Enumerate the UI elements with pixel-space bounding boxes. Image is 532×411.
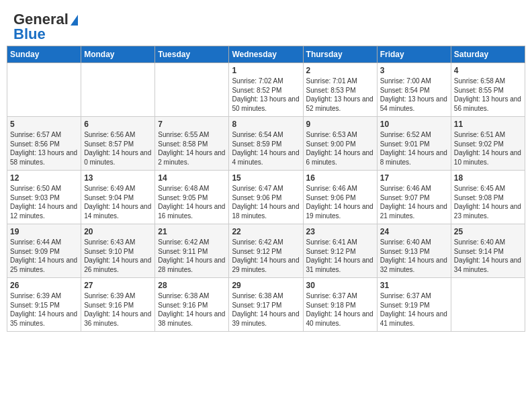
day-number: 21 <box>158 227 226 236</box>
day-details: Sunrise: 6:40 AMSunset: 9:13 PMDaylight:… <box>380 238 447 273</box>
day-cell: 24 Sunrise: 6:40 AMSunset: 9:13 PMDaylig… <box>377 224 451 278</box>
day-details: Sunrise: 6:57 AMSunset: 8:56 PMDaylight:… <box>10 131 77 166</box>
day-number: 1 <box>232 66 300 75</box>
day-details: Sunrise: 6:42 AMSunset: 9:11 PMDaylight:… <box>158 238 225 273</box>
day-number: 11 <box>454 120 522 129</box>
day-cell <box>81 63 155 117</box>
day-details: Sunrise: 6:47 AMSunset: 9:06 PMDaylight:… <box>232 185 299 220</box>
logo-general-text: General <box>13 12 69 27</box>
day-cell: 23 Sunrise: 6:41 AMSunset: 9:12 PMDaylig… <box>303 224 377 278</box>
day-details: Sunrise: 6:37 AMSunset: 9:18 PMDaylight:… <box>306 292 373 327</box>
day-details: Sunrise: 6:39 AMSunset: 9:15 PMDaylight:… <box>10 292 77 327</box>
day-cell: 20 Sunrise: 6:43 AMSunset: 9:10 PMDaylig… <box>81 224 155 278</box>
week-row-3: 12 Sunrise: 6:50 AMSunset: 9:03 PMDaylig… <box>7 171 525 224</box>
day-number: 6 <box>84 120 152 129</box>
day-details: Sunrise: 6:37 AMSunset: 9:19 PMDaylight:… <box>380 292 447 327</box>
day-cell: 6 Sunrise: 6:56 AMSunset: 8:57 PMDayligh… <box>81 117 155 171</box>
day-number: 28 <box>158 281 226 290</box>
week-row-2: 5 Sunrise: 6:57 AMSunset: 8:56 PMDayligh… <box>7 117 525 171</box>
day-details: Sunrise: 6:52 AMSunset: 9:01 PMDaylight:… <box>380 131 447 166</box>
day-cell: 4 Sunrise: 6:58 AMSunset: 8:55 PMDayligh… <box>451 63 525 117</box>
day-number: 25 <box>454 227 522 236</box>
week-row-5: 26 Sunrise: 6:39 AMSunset: 9:15 PMDaylig… <box>7 278 525 332</box>
day-cell: 19 Sunrise: 6:44 AMSunset: 9:09 PMDaylig… <box>7 224 81 278</box>
day-details: Sunrise: 6:38 AMSunset: 9:17 PMDaylight:… <box>232 292 299 327</box>
day-number: 4 <box>454 66 522 75</box>
day-details: Sunrise: 6:58 AMSunset: 8:55 PMDaylight:… <box>454 77 521 112</box>
day-number: 26 <box>10 281 78 290</box>
week-row-4: 19 Sunrise: 6:44 AMSunset: 9:09 PMDaylig… <box>7 224 525 278</box>
day-cell: 8 Sunrise: 6:54 AMSunset: 8:59 PMDayligh… <box>229 117 303 171</box>
day-details: Sunrise: 6:46 AMSunset: 9:06 PMDaylight:… <box>306 185 373 220</box>
weekday-header-row: SundayMondayTuesdayWednesdayThursdayFrid… <box>7 46 525 63</box>
day-cell: 22 Sunrise: 6:42 AMSunset: 9:12 PMDaylig… <box>229 224 303 278</box>
day-number: 22 <box>232 227 300 236</box>
day-cell: 31 Sunrise: 6:37 AMSunset: 9:19 PMDaylig… <box>377 278 451 332</box>
day-details: Sunrise: 6:43 AMSunset: 9:10 PMDaylight:… <box>84 238 151 273</box>
day-cell: 14 Sunrise: 6:48 AMSunset: 9:05 PMDaylig… <box>155 171 229 224</box>
day-details: Sunrise: 6:39 AMSunset: 9:16 PMDaylight:… <box>84 292 151 327</box>
day-cell: 18 Sunrise: 6:45 AMSunset: 9:08 PMDaylig… <box>451 171 525 224</box>
day-cell: 30 Sunrise: 6:37 AMSunset: 9:18 PMDaylig… <box>303 278 377 332</box>
day-number: 17 <box>380 173 448 183</box>
day-number: 24 <box>380 227 448 236</box>
header: General Blue <box>7 7 525 46</box>
day-cell: 7 Sunrise: 6:55 AMSunset: 8:58 PMDayligh… <box>155 117 229 171</box>
logo: General Blue <box>13 12 78 42</box>
day-cell <box>7 63 81 117</box>
day-number: 30 <box>306 281 374 290</box>
day-cell: 2 Sunrise: 7:01 AMSunset: 8:53 PMDayligh… <box>303 63 377 117</box>
day-number: 18 <box>454 173 522 183</box>
day-number: 7 <box>158 120 226 129</box>
day-details: Sunrise: 6:50 AMSunset: 9:03 PMDaylight:… <box>10 185 77 220</box>
day-cell: 25 Sunrise: 6:40 AMSunset: 9:14 PMDaylig… <box>451 224 525 278</box>
day-details: Sunrise: 6:40 AMSunset: 9:14 PMDaylight:… <box>454 238 521 273</box>
day-details: Sunrise: 7:01 AMSunset: 8:53 PMDaylight:… <box>306 77 373 112</box>
day-details: Sunrise: 6:49 AMSunset: 9:04 PMDaylight:… <box>84 185 151 220</box>
day-cell: 29 Sunrise: 6:38 AMSunset: 9:17 PMDaylig… <box>229 278 303 332</box>
day-number: 15 <box>232 173 300 183</box>
weekday-header-saturday: Saturday <box>451 46 525 63</box>
day-details: Sunrise: 7:00 AMSunset: 8:54 PMDaylight:… <box>380 77 447 112</box>
day-number: 29 <box>232 281 300 290</box>
weekday-header-wednesday: Wednesday <box>229 46 303 63</box>
day-cell: 21 Sunrise: 6:42 AMSunset: 9:11 PMDaylig… <box>155 224 229 278</box>
day-cell <box>155 63 229 117</box>
day-number: 23 <box>306 227 374 236</box>
day-number: 19 <box>10 227 78 236</box>
day-details: Sunrise: 6:54 AMSunset: 8:59 PMDaylight:… <box>232 131 299 166</box>
day-number: 5 <box>10 120 78 129</box>
day-details: Sunrise: 6:53 AMSunset: 9:00 PMDaylight:… <box>306 131 373 166</box>
day-cell <box>451 278 525 332</box>
day-cell: 1 Sunrise: 7:02 AMSunset: 8:52 PMDayligh… <box>229 63 303 117</box>
day-details: Sunrise: 6:48 AMSunset: 9:05 PMDaylight:… <box>158 185 225 220</box>
day-cell: 16 Sunrise: 6:46 AMSunset: 9:06 PMDaylig… <box>303 171 377 224</box>
day-cell: 10 Sunrise: 6:52 AMSunset: 9:01 PMDaylig… <box>377 117 451 171</box>
day-number: 2 <box>306 66 374 75</box>
day-number: 12 <box>10 173 78 183</box>
day-details: Sunrise: 6:56 AMSunset: 8:57 PMDaylight:… <box>84 131 151 166</box>
day-number: 9 <box>306 120 374 129</box>
day-details: Sunrise: 7:02 AMSunset: 8:52 PMDaylight:… <box>232 77 299 112</box>
calendar-table: SundayMondayTuesdayWednesdayThursdayFrid… <box>7 46 525 332</box>
day-number: 10 <box>380 120 448 129</box>
day-details: Sunrise: 6:45 AMSunset: 9:08 PMDaylight:… <box>454 185 521 220</box>
day-details: Sunrise: 6:51 AMSunset: 9:02 PMDaylight:… <box>454 131 521 166</box>
day-cell: 5 Sunrise: 6:57 AMSunset: 8:56 PMDayligh… <box>7 117 81 171</box>
logo-triangle-icon <box>71 15 78 26</box>
day-number: 8 <box>232 120 300 129</box>
day-details: Sunrise: 6:55 AMSunset: 8:58 PMDaylight:… <box>158 131 225 166</box>
day-cell: 13 Sunrise: 6:49 AMSunset: 9:04 PMDaylig… <box>81 171 155 224</box>
day-number: 14 <box>158 173 226 183</box>
day-details: Sunrise: 6:42 AMSunset: 9:12 PMDaylight:… <box>232 238 299 273</box>
day-details: Sunrise: 6:41 AMSunset: 9:12 PMDaylight:… <box>306 238 373 273</box>
weekday-header-tuesday: Tuesday <box>155 46 229 63</box>
day-cell: 27 Sunrise: 6:39 AMSunset: 9:16 PMDaylig… <box>81 278 155 332</box>
day-number: 31 <box>380 281 448 290</box>
day-details: Sunrise: 6:44 AMSunset: 9:09 PMDaylight:… <box>10 238 77 273</box>
day-number: 27 <box>84 281 152 290</box>
day-number: 3 <box>380 66 448 75</box>
day-number: 16 <box>306 173 374 183</box>
day-cell: 12 Sunrise: 6:50 AMSunset: 9:03 PMDaylig… <box>7 171 81 224</box>
day-cell: 17 Sunrise: 6:46 AMSunset: 9:07 PMDaylig… <box>377 171 451 224</box>
